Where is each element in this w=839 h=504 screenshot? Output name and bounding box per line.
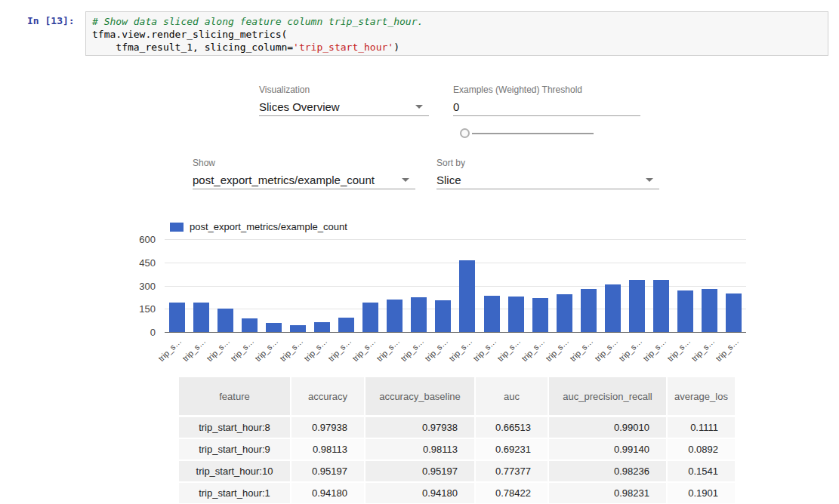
- bar[interactable]: [362, 303, 378, 332]
- bar[interactable]: [290, 325, 306, 332]
- feature-cell: trip_start_hour:9: [179, 439, 291, 459]
- threshold-slider[interactable]: [460, 128, 596, 139]
- x-axis-label: trip_s…: [520, 337, 546, 363]
- y-axis-tick: 0: [116, 327, 156, 338]
- bar-slot: trip_s…: [455, 239, 480, 332]
- bar-slot: trip_s…: [335, 239, 359, 332]
- sort-by-dropdown[interactable]: Slice: [436, 171, 659, 189]
- x-axis-label: trip_s…: [665, 337, 692, 363]
- x-axis-label: trip_s…: [350, 337, 377, 363]
- x-axis-label: trip_s…: [302, 337, 329, 363]
- table-row[interactable]: trip_start_hour:10.941800.941800.784220.…: [179, 483, 736, 504]
- bar-slot: trip_s…: [528, 239, 552, 332]
- visualization-dropdown[interactable]: Slices Overview: [259, 98, 429, 116]
- show-label: Show: [193, 158, 215, 168]
- x-axis-label: trip_s…: [641, 337, 668, 363]
- bar-slot: trip_s…: [213, 239, 237, 332]
- slider-knob[interactable]: [460, 128, 470, 138]
- bar[interactable]: [557, 294, 572, 332]
- bar[interactable]: [169, 303, 185, 332]
- bar[interactable]: [508, 297, 524, 332]
- table-row[interactable]: trip_start_hour:90.981130.981130.692310.…: [179, 439, 736, 461]
- gridline: [165, 332, 746, 333]
- table-header-cell[interactable]: accuracy: [291, 377, 366, 415]
- x-axis-label: trip_s…: [544, 337, 570, 363]
- threshold-input[interactable]: 0: [453, 98, 640, 116]
- bar[interactable]: [217, 309, 233, 332]
- bar[interactable]: [459, 260, 475, 332]
- bar-slot: trip_s…: [600, 239, 625, 332]
- notebook-page: In [13]: # Show data sliced along featur…: [0, 0, 839, 504]
- code-editor[interactable]: # Show data sliced along feature column …: [92, 15, 423, 54]
- metric-cell: 0.1901: [668, 483, 736, 503]
- bar[interactable]: [726, 293, 742, 332]
- legend-swatch: [170, 223, 184, 232]
- bar-slot: trip_s…: [431, 239, 455, 332]
- x-axis-label: trip_s…: [156, 337, 183, 363]
- metric-cell: 0.95197: [366, 461, 476, 481]
- bar[interactable]: [314, 322, 330, 332]
- metric-cell: 0.66513: [476, 417, 549, 438]
- chevron-down-icon: [646, 178, 653, 182]
- table-row[interactable]: trip_start_hour:80.979380.979380.665130.…: [179, 417, 736, 439]
- show-metric-dropdown[interactable]: post_export_metrics/example_count: [193, 171, 415, 189]
- x-axis-label: trip_s…: [447, 337, 473, 363]
- bar-slot: trip_s…: [576, 239, 600, 332]
- table-header-cell[interactable]: accuracy_baseline: [366, 377, 476, 415]
- bar-slot: trip_s…: [383, 239, 407, 332]
- bar[interactable]: [411, 297, 427, 332]
- x-axis-label: trip_s…: [205, 337, 231, 363]
- table-header-cell[interactable]: auc_precision_recall: [549, 377, 668, 415]
- x-axis-label: trip_s…: [254, 337, 280, 363]
- bar[interactable]: [242, 318, 258, 332]
- bar[interactable]: [605, 284, 621, 332]
- x-axis-label: trip_s…: [326, 337, 353, 363]
- bar[interactable]: [266, 323, 282, 332]
- metric-cell: 0.99010: [549, 417, 668, 438]
- table-row[interactable]: trip_start_hour:100.951970.951970.773770…: [179, 461, 736, 483]
- x-axis-label: trip_s…: [399, 337, 425, 363]
- table-header-cell[interactable]: auc: [476, 377, 549, 415]
- bar-slot: trip_s…: [625, 239, 649, 332]
- chart-bars: trip_s…trip_s…trip_s…trip_s…trip_s…trip_…: [165, 239, 746, 332]
- bar-slot: trip_s…: [407, 239, 431, 332]
- sort-by-label: Sort by: [436, 158, 465, 168]
- bar-slot: trip_s…: [310, 239, 334, 332]
- slider-track: [472, 133, 594, 134]
- y-axis-tick: 450: [116, 257, 156, 268]
- feature-cell: trip_start_hour:1: [179, 483, 291, 503]
- bar-slot: trip_s…: [552, 239, 576, 332]
- metric-cell: 0.94180: [291, 483, 366, 503]
- table-header-cell[interactable]: average_los: [668, 377, 736, 415]
- chevron-down-icon: [415, 105, 423, 109]
- bar-slot: trip_s…: [261, 239, 285, 332]
- x-axis-label: trip_s…: [471, 337, 498, 363]
- table-body: trip_start_hour:80.979380.979380.665130.…: [179, 417, 736, 504]
- bar-slot: trip_s…: [649, 239, 674, 332]
- x-axis-label: trip_s…: [278, 337, 304, 363]
- threshold-value: 0: [453, 100, 459, 113]
- metric-cell: 0.98113: [366, 439, 476, 459]
- bar[interactable]: [435, 300, 451, 332]
- sort-by-value: Slice: [436, 174, 461, 186]
- bar[interactable]: [677, 290, 693, 332]
- x-axis-label: trip_s…: [495, 337, 522, 363]
- code-line: tfma_result_1, slicing_column='trip_star…: [92, 41, 399, 53]
- bar[interactable]: [581, 289, 597, 332]
- bar[interactable]: [484, 296, 500, 332]
- bar[interactable]: [653, 280, 669, 332]
- chart-legend: post_export_metrics/example_count: [170, 221, 347, 232]
- bar[interactable]: [702, 289, 717, 332]
- metric-cell: 0.98113: [291, 439, 366, 459]
- metric-cell: 0.1111: [668, 417, 736, 438]
- table-header-cell[interactable]: feature: [179, 377, 291, 415]
- x-axis-label: trip_s…: [714, 337, 740, 363]
- bar[interactable]: [629, 280, 645, 332]
- x-axis-label: trip_s…: [569, 337, 595, 363]
- bar-slot: trip_s…: [237, 239, 261, 332]
- bar[interactable]: [338, 318, 354, 332]
- code-comment: # Show data sliced along feature column …: [92, 16, 423, 27]
- bar[interactable]: [193, 303, 209, 332]
- bar[interactable]: [532, 298, 548, 332]
- bar[interactable]: [387, 300, 403, 332]
